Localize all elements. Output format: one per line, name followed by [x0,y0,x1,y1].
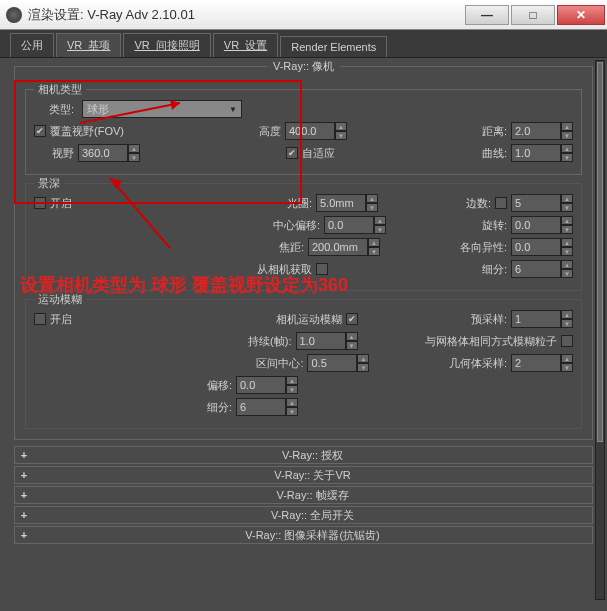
scrollbar[interactable] [595,60,605,600]
sides-label: 边数: [466,196,491,211]
sides-spinner[interactable]: ▲▼ [511,194,573,212]
override-fov-checkbox[interactable]: ✔ [34,125,46,137]
minimize-button[interactable]: — [465,5,509,25]
tab-common[interactable]: 公用 [10,33,54,57]
dof-enable-label: 开启 [50,196,72,211]
motion-enable-checkbox[interactable] [34,313,46,325]
camera-type-dropdown[interactable]: 球形 [82,100,242,118]
motion-enable-label: 开启 [50,312,72,327]
rotation-spinner[interactable]: ▲▼ [511,216,573,234]
center-bias-label: 中心偏移: [260,218,320,233]
interval-spinner[interactable]: ▲▼ [307,354,369,372]
geom-samples-spinner[interactable]: ▲▼ [511,354,573,372]
aperture-label: 光圈: [252,196,312,211]
adaptive-label: 自适应 [302,146,335,161]
from-camera-label: 从相机获取 [252,262,312,277]
maximize-button[interactable]: □ [511,5,555,25]
center-bias-spinner[interactable]: ▲▼ [324,216,386,234]
camera-blur-label: 相机运动模糊 [276,312,342,327]
camera-blur-checkbox[interactable]: ✔ [346,313,358,325]
camera-group-title: V-Ray:: 像机 [267,59,340,74]
mesh-blur-label: 与网格体相同方式模糊粒子 [425,334,557,349]
anisotropy-label: 各向异性: [460,240,507,255]
curve-label: 曲线: [482,146,507,161]
presamples-label: 预采样: [471,312,507,327]
tab-render-elements[interactable]: Render Elements [280,36,387,57]
mesh-blur-checkbox[interactable] [561,335,573,347]
motion-subdivs-label: 细分: [172,400,232,415]
focal-dist-spinner[interactable]: ▲▼ [308,238,380,256]
camera-group: V-Ray:: 像机 相机类型 类型: 球形 ✔ 覆盖视野(FOV) 高度 ▲▼ [14,66,593,440]
tab-bar: 公用 VR_基项 VR_间接照明 VR_设置 Render Elements [0,30,607,58]
focal-dist-label: 焦距: [244,240,304,255]
dof-enable-checkbox[interactable] [34,197,46,209]
scrollbar-thumb[interactable] [597,62,603,442]
rollup-framebuffer[interactable]: +V-Ray:: 帧缓存 [14,486,593,504]
tab-vr-basic[interactable]: VR_基项 [56,33,121,57]
interval-label: 区间中心: [243,356,303,371]
type-label: 类型: [34,102,74,117]
camera-type-label: 相机类型 [34,82,86,97]
curve-spinner[interactable]: ▲▼ [511,144,573,162]
close-button[interactable]: ✕ [557,5,605,25]
dof-subdivs-label: 细分: [482,262,507,277]
adaptive-checkbox[interactable]: ✔ [286,147,298,159]
expand-icon: + [15,509,33,521]
duration-label: 持续(帧): [232,334,292,349]
expand-icon: + [15,469,33,481]
window-title: 渲染设置: V-Ray Adv 2.10.01 [28,6,465,24]
duration-spinner[interactable]: ▲▼ [296,332,358,350]
camera-type-value: 球形 [87,102,109,117]
aperture-spinner[interactable]: ▲▼ [316,194,378,212]
expand-icon: + [15,449,33,461]
distance-label: 距离: [482,124,507,139]
presamples-spinner[interactable]: ▲▼ [511,310,573,328]
height-label: 高度 [259,124,281,139]
titlebar: 渲染设置: V-Ray Adv 2.10.01 — □ ✕ [0,0,607,30]
rotation-label: 旋转: [482,218,507,233]
app-icon [6,7,22,23]
rollup-image-sampler[interactable]: +V-Ray:: 图像采样器(抗锯齿) [14,526,593,544]
dof-subdivs-spinner[interactable]: ▲▼ [511,260,573,278]
motion-title: 运动模糊 [34,292,86,307]
tab-vr-settings[interactable]: VR_设置 [213,33,278,57]
motion-bias-label: 偏移: [172,378,232,393]
distance-spinner[interactable]: ▲▼ [511,122,573,140]
rollup-about[interactable]: +V-Ray:: 关于VR [14,466,593,484]
expand-icon: + [15,489,33,501]
from-camera-checkbox[interactable] [316,263,328,275]
rollup-global-switches[interactable]: +V-Ray:: 全局开关 [14,506,593,524]
dof-title: 景深 [34,176,64,191]
override-fov-label: 覆盖视野(FOV) [50,124,124,139]
rollup-license[interactable]: +V-Ray:: 授权 [14,446,593,464]
height-spinner[interactable]: ▲▼ [285,122,347,140]
geom-samples-label: 几何体采样: [449,356,507,371]
sides-checkbox[interactable] [495,197,507,209]
anisotropy-spinner[interactable]: ▲▼ [511,238,573,256]
expand-icon: + [15,529,33,541]
motion-subdivs-spinner[interactable]: ▲▼ [236,398,298,416]
motion-bias-spinner[interactable]: ▲▼ [236,376,298,394]
fov-label: 视野 [34,146,74,161]
tab-vr-indirect[interactable]: VR_间接照明 [123,33,210,57]
fov-spinner[interactable]: ▲▼ [78,144,140,162]
